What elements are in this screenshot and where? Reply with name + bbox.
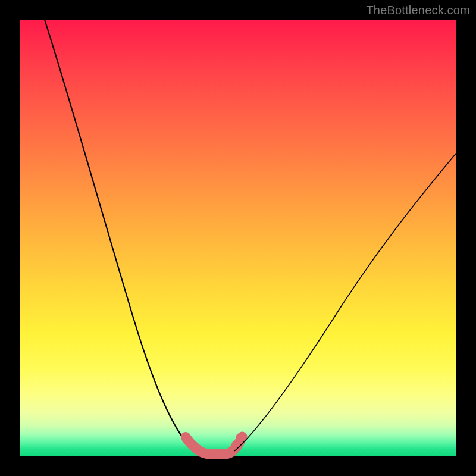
flat-dot (186, 439, 196, 449)
curve-layer (20, 20, 456, 456)
chart-stage: TheBottleneck.com (0, 0, 476, 476)
bottleneck-curve-left (44, 18, 201, 452)
bottleneck-curve-right (234, 152, 457, 451)
plot-area (20, 20, 456, 456)
watermark-text: TheBottleneck.com (366, 4, 470, 17)
flat-dot (231, 440, 241, 450)
